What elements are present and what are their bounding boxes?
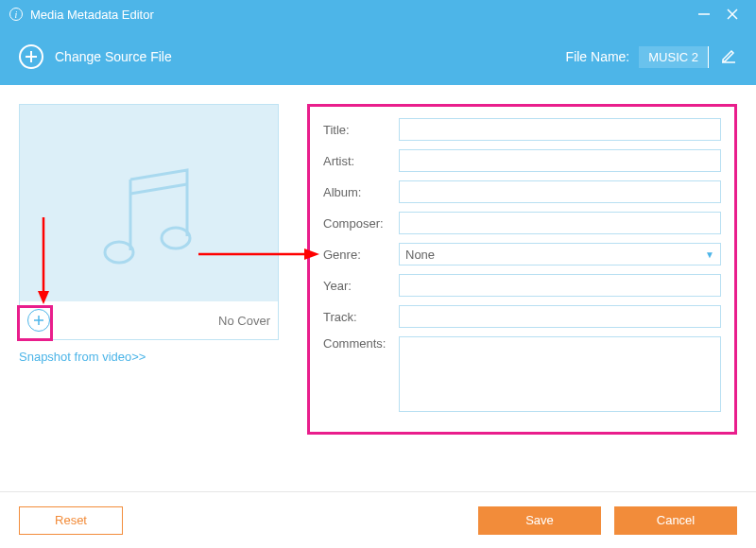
- metadata-form: Title: Artist: Album: Composer: Genre: N…: [307, 104, 737, 435]
- title-label: Title:: [323, 123, 399, 137]
- track-input[interactable]: [399, 305, 721, 328]
- filename-label: File Name:: [566, 49, 630, 64]
- add-cover-button[interactable]: [27, 309, 50, 332]
- minimize-button[interactable]: [690, 7, 718, 22]
- artist-label: Artist:: [323, 154, 399, 168]
- title-input[interactable]: [399, 118, 721, 141]
- footer: Reset Save Cancel: [0, 491, 756, 548]
- composer-input[interactable]: [399, 212, 721, 234]
- music-note-icon: [83, 156, 215, 288]
- cover-panel: No Cover Snapshot from video>>: [19, 104, 288, 463]
- svg-point-6: [105, 242, 133, 263]
- cover-preview: No Cover: [19, 104, 279, 340]
- year-input[interactable]: [399, 274, 721, 297]
- filename-value[interactable]: MUSIC 2: [639, 46, 709, 68]
- snapshot-link[interactable]: Snapshot from video>>: [19, 350, 146, 364]
- main-area: No Cover Snapshot from video>> Title: Ar…: [0, 85, 756, 482]
- info-icon: i: [9, 8, 23, 21]
- year-label: Year:: [323, 279, 399, 293]
- artist-input[interactable]: [399, 149, 721, 172]
- save-button[interactable]: Save: [478, 506, 601, 535]
- no-cover-label: No Cover: [218, 314, 270, 328]
- toolbar: Change Source File File Name: MUSIC 2: [0, 28, 756, 85]
- edit-filename-icon[interactable]: [720, 47, 737, 67]
- chevron-down-icon: ▼: [705, 249, 714, 260]
- cancel-button[interactable]: Cancel: [614, 506, 737, 535]
- album-label: Album:: [323, 185, 399, 199]
- svg-point-7: [162, 228, 190, 248]
- genre-label: Genre:: [323, 248, 399, 262]
- album-input[interactable]: [399, 180, 721, 203]
- composer-label: Composer:: [323, 216, 399, 231]
- change-source-label[interactable]: Change Source File: [55, 49, 172, 64]
- genre-select[interactable]: None ▼: [399, 243, 721, 265]
- reset-button[interactable]: Reset: [19, 506, 123, 535]
- close-button[interactable]: [718, 7, 747, 22]
- change-source-icon[interactable]: [19, 44, 43, 69]
- window-title: Media Metadata Editor: [30, 8, 690, 22]
- cover-bar: No Cover: [20, 301, 278, 339]
- track-label: Track:: [323, 310, 399, 324]
- comments-input[interactable]: [399, 336, 721, 412]
- genre-value: None: [405, 248, 435, 262]
- comments-label: Comments:: [323, 336, 399, 351]
- titlebar: i Media Metadata Editor: [0, 0, 756, 28]
